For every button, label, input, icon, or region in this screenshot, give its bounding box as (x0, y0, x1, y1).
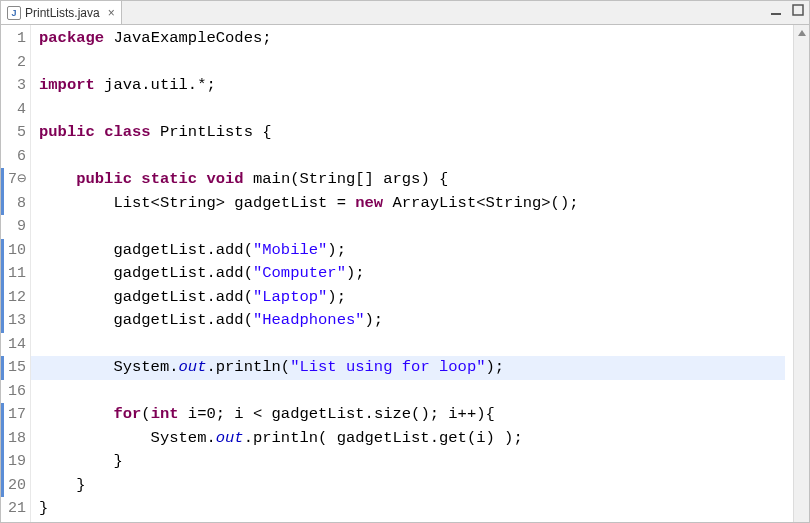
code-line[interactable]: System.out.println( gadgetList.get(i) ); (39, 427, 793, 451)
code-line[interactable]: gadgetList.add("Mobile"); (39, 239, 793, 263)
code-line[interactable]: } (39, 450, 793, 474)
code-line[interactable] (39, 98, 793, 122)
editor-tab[interactable]: J PrintLists.java × (1, 1, 122, 24)
line-number: 2 (1, 51, 30, 75)
code-line[interactable] (39, 51, 793, 75)
code-line[interactable]: gadgetList.add("Laptop"); (39, 286, 793, 310)
maximize-icon[interactable] (791, 3, 805, 17)
close-tab-icon[interactable]: × (108, 6, 115, 20)
line-number: 21 (1, 497, 30, 521)
code-line[interactable] (39, 145, 793, 169)
code-line[interactable]: gadgetList.add("Headphones"); (39, 309, 793, 333)
svg-rect-1 (793, 5, 803, 15)
vertical-scrollbar[interactable] (793, 25, 809, 522)
java-file-icon: J (7, 6, 21, 20)
code-line[interactable]: } (39, 474, 793, 498)
line-number: 15 (1, 356, 30, 380)
line-number: 5 (1, 121, 30, 145)
code-line[interactable]: import java.util.*; (39, 74, 793, 98)
line-number: 16 (1, 380, 30, 404)
tab-filename: PrintLists.java (25, 6, 100, 20)
code-line[interactable]: public static void main(String[] args) { (39, 168, 793, 192)
code-line[interactable]: gadgetList.add("Computer"); (39, 262, 793, 286)
code-line[interactable]: for(int i=0; i < gadgetList.size(); i++)… (39, 403, 793, 427)
line-number: 18 (1, 427, 30, 451)
line-number: 14 (1, 333, 30, 357)
line-number: 11 (1, 262, 30, 286)
code-line[interactable]: package JavaExampleCodes; (39, 27, 793, 51)
editor-area: 1234567⊖89101112131415161718192021 packa… (1, 25, 809, 522)
code-line[interactable]: List<String> gadgetList = new ArrayList<… (39, 192, 793, 216)
code-line[interactable] (39, 215, 793, 239)
minimize-icon[interactable] (769, 3, 783, 17)
code-line[interactable]: } (39, 497, 793, 521)
line-number: 1 (1, 27, 30, 51)
tab-bar: J PrintLists.java × (1, 1, 809, 25)
line-number: 7⊖ (1, 168, 30, 192)
line-number: 3 (1, 74, 30, 98)
line-number: 6 (1, 145, 30, 169)
code-line[interactable] (39, 380, 793, 404)
line-number: 8 (1, 192, 30, 216)
line-number: 13 (1, 309, 30, 333)
line-number: 20 (1, 474, 30, 498)
code-line[interactable] (39, 333, 793, 357)
line-number: 9 (1, 215, 30, 239)
line-number-gutter[interactable]: 1234567⊖89101112131415161718192021 (1, 25, 31, 522)
window-controls (769, 3, 805, 17)
line-number: 12 (1, 286, 30, 310)
code-line[interactable]: public class PrintLists { (39, 121, 793, 145)
code-line[interactable]: System.out.println("List using for loop"… (31, 356, 785, 380)
line-number: 17 (1, 403, 30, 427)
code-editor[interactable]: package JavaExampleCodes;import java.uti… (31, 25, 793, 522)
line-number: 19 (1, 450, 30, 474)
line-number: 10 (1, 239, 30, 263)
svg-rect-0 (771, 13, 781, 15)
scroll-up-arrow-icon[interactable] (794, 25, 809, 41)
line-number: 4 (1, 98, 30, 122)
